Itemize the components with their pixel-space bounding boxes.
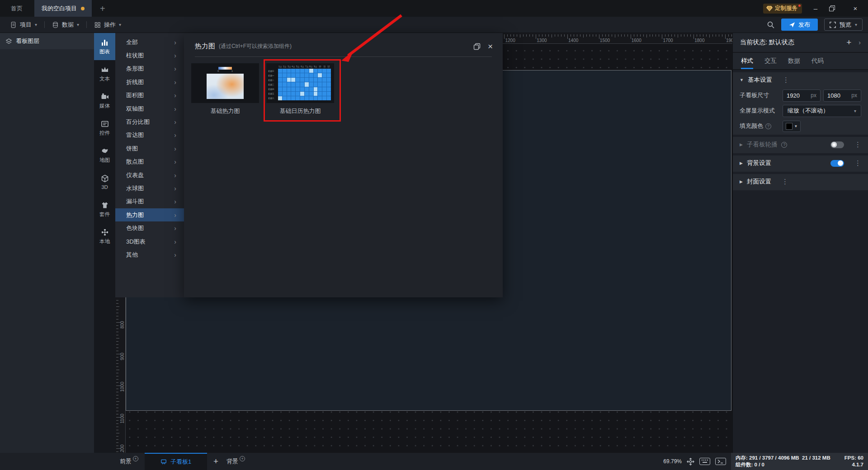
category-item[interactable]: 全部› [115,36,184,49]
category-item[interactable]: 3D图表› [115,235,184,248]
close-button[interactable]: × [849,5,862,12]
publish-button[interactable]: 发布 [781,19,818,31]
kebab-menu-icon[interactable]: ⋮ [854,141,861,149]
rail-item-text[interactable]: 文本 [94,60,115,87]
detach-window-icon[interactable] [473,43,481,50]
rail-item-chart[interactable]: 图表 [94,33,115,60]
chart-icon [101,38,109,47]
chevron-right-icon: › [174,105,176,113]
fill-color-picker[interactable]: ▼ [783,121,801,132]
chevron-right-icon: › [174,79,176,86]
add-state-button[interactable]: + [846,38,851,47]
bottom-bar: 前景 + 子看板1 + 背景 + 69.79% [0,453,868,470]
dropdown-arrow-icon: ▼ [794,124,798,128]
category-item[interactable]: 面积图› [115,89,184,102]
tab-home[interactable]: 首页 [11,5,23,13]
section-carousel: ▶ 子看板轮播 ? ⋮ [733,137,868,153]
tab-project-label: 我的空白项目 [42,5,77,13]
category-item[interactable]: 双轴图› [115,102,184,115]
expand-arrow-icon[interactable]: ▶ [740,161,743,165]
height-input[interactable] [827,92,851,99]
menu-data[interactable]: 数据▾ [45,17,86,33]
chevron-right-icon: › [174,185,176,192]
category-item[interactable]: 饼图› [115,142,184,155]
category-item[interactable]: 柱状图› [115,49,184,62]
kebab-menu-icon[interactable]: ⋮ [783,76,789,84]
modal-close-icon[interactable]: × [488,42,493,51]
subboard-tab[interactable]: 子看板1 [145,453,207,470]
rail-item-cube[interactable]: 3D [94,169,115,196]
fps-label: FPS: [844,455,856,461]
console-icon[interactable] [715,458,726,465]
diamond-icon [766,6,773,11]
fill-color-label: 填充颜色 [740,122,763,130]
add-foreground-icon[interactable]: + [133,456,138,461]
chevron-right-icon: › [174,52,176,59]
kebab-menu-icon[interactable]: ⋮ [854,159,861,167]
shortcuts-keyboard-icon[interactable] [699,458,710,465]
add-subboard-button[interactable]: + [213,456,218,466]
modal-hint: (通过Ctrl+F可以搜索添加组件) [219,42,292,50]
collapse-arrow-icon[interactable]: ▼ [740,78,744,82]
ruler-label: 1000 [120,382,125,392]
display-mode-select[interactable]: 缩放（不滚动） ▾ [783,105,861,117]
help-icon: ? [781,142,787,148]
category-item[interactable]: 条形图› [115,62,184,75]
carousel-toggle[interactable] [830,141,844,148]
new-tab-button[interactable]: + [100,4,105,13]
kebab-menu-icon[interactable]: ⋮ [782,178,788,186]
widget-icon [101,120,109,128]
rail-item-map[interactable]: 地图 [94,141,115,169]
minimize-button[interactable]: – [809,5,822,12]
chevron-right-icon: › [174,118,176,126]
add-background-icon[interactable]: + [240,456,245,461]
category-item[interactable]: 散点图› [115,155,184,169]
memory-main: 291 / 3797 / 4096 MB [749,455,799,461]
chevron-right-icon: › [174,251,176,258]
category-item[interactable]: 漏斗图› [115,195,184,208]
chevron-right-icon[interactable]: › [859,39,861,46]
background-toggle[interactable] [830,160,844,167]
rail-item-media[interactable]: 媒体 [94,87,115,114]
rail-item-kit[interactable]: 套件 [94,196,115,223]
category-item[interactable]: 水球图› [115,182,184,195]
chevron-right-icon: › [174,225,176,232]
zoom-level[interactable]: 69.79% [663,458,682,465]
category-item[interactable]: 雷达图› [115,129,184,142]
restore-button[interactable] [829,5,842,11]
category-item[interactable]: 仪表盘› [115,169,184,182]
category-item[interactable]: 百分比图› [115,115,184,128]
expand-arrow-icon[interactable]: ▶ [740,142,743,147]
menu-project[interactable]: 项目▾ [3,17,44,33]
rail-item-widget[interactable]: 控件 [94,114,115,141]
width-input[interactable] [787,92,811,99]
category-item[interactable]: 折线图› [115,75,184,89]
foreground-button[interactable]: 前景 + [120,457,138,465]
menu-operations[interactable]: 操作▾ [87,17,128,33]
panel-tab[interactable]: 数据 [788,53,800,69]
fullscreen-icon [830,22,836,28]
performance-info: 内存: 291 / 3797 / 4096 MB 21 / 312 MB FPS… [731,453,868,470]
category-item[interactable]: 其他› [115,248,184,261]
chevron-right-icon: › [174,65,176,72]
category-item[interactable]: 色块图› [115,221,184,235]
section-background: ▶ 背景设置 ⋮ [733,155,868,172]
memory-swap: 21 / 312 MB [802,455,830,461]
rail-item-local[interactable]: 本地 [94,223,115,250]
tab-project[interactable]: 我的空白项目 [34,0,92,17]
panel-tab[interactable]: 交互 [764,53,777,69]
fit-to-screen-icon[interactable] [687,458,694,465]
background-button[interactable]: 背景 + [226,457,245,465]
preview-button[interactable]: 预览 ▾ [824,19,863,31]
ruler-label: 1200 [505,38,515,43]
expand-arrow-icon[interactable]: ▶ [740,179,743,184]
search-icon[interactable] [767,21,775,29]
ruler-label: 1700 [663,38,673,43]
category-item[interactable]: 热力图› [115,208,184,221]
panel-tab[interactable]: 样式 [741,53,753,69]
custom-service-badge[interactable]: 定制服务 [763,4,802,14]
panel-tab[interactable]: 代码 [811,53,824,69]
basic-heatmap-thumb: 01 [191,63,259,103]
component-card-basic-heatmap[interactable]: 01 基础热力图 [191,63,259,115]
notification-dot [798,5,801,7]
